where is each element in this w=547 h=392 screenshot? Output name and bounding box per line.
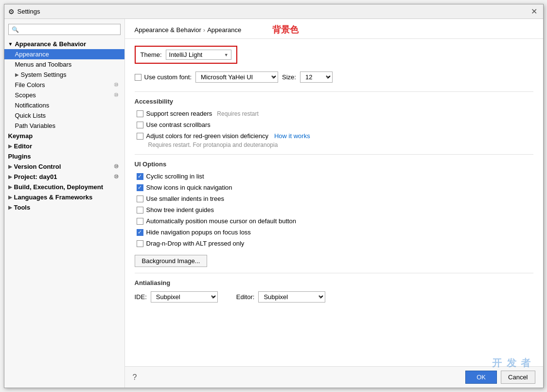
smaller-indents-label[interactable]: Use smaller indents in trees <box>137 195 224 202</box>
expand-icon: ▶ <box>8 143 12 149</box>
breadcrumb-separator: › <box>203 26 205 34</box>
settings-icon: ⚙ <box>8 8 15 16</box>
tree-indent-guides-text: Show tree indent guides <box>146 206 214 214</box>
tree-indent-guides-label[interactable]: Show tree indent guides <box>137 206 214 214</box>
sidebar-item-label: Scopes <box>15 91 36 99</box>
size-select-wrapper[interactable]: 12 11 13 14 <box>300 71 333 83</box>
option-tree-indent-guides: Show tree indent guides <box>135 206 533 214</box>
ide-select[interactable]: Subpixel Greyscale No antialiasing <box>151 291 218 303</box>
sidebar-item-project-day01[interactable]: ▶ Project: day01 ⑩ <box>4 172 124 182</box>
cyclic-scrolling-label[interactable]: Cyclic scrolling in list <box>137 173 204 180</box>
annotation-label: 背景色 <box>272 24 299 36</box>
color-deficiency-checkbox[interactable] <box>137 133 143 140</box>
ide-select-wrapper[interactable]: Subpixel Greyscale No antialiasing <box>151 291 218 303</box>
drag-drop-checkbox[interactable] <box>137 240 143 247</box>
sidebar-item-path-variables[interactable]: Path Variables <box>4 121 124 131</box>
antialiasing-title: Antialiasing <box>135 279 533 286</box>
drag-drop-text: Drag-n-Drop with ALT pressed only <box>146 240 245 247</box>
version-control-badge: ⑩ <box>114 163 119 170</box>
sidebar-item-appearance-behavior[interactable]: ▼ Appearance & Behavior <box>4 39 124 49</box>
expand-icon: ▶ <box>15 72 19 77</box>
show-icons-checkbox[interactable] <box>137 184 143 191</box>
sidebar-item-label: Version Control <box>14 163 61 170</box>
use-custom-font-checkbox[interactable]: Use custom font: <box>135 73 192 81</box>
sidebar-item-scopes[interactable]: Scopes ⑩ <box>4 90 124 100</box>
option-cyclic-scrolling: Cyclic scrolling in list <box>135 173 533 180</box>
sidebar-item-label: System Settings <box>21 71 67 78</box>
option-drag-drop: Drag-n-Drop with ALT pressed only <box>135 240 533 247</box>
ok-button[interactable]: OK <box>465 371 497 384</box>
editor-label: Editor: <box>236 293 255 301</box>
sidebar-item-label: File Colors <box>15 81 45 89</box>
title-bar: ⚙ Settings ✕ <box>4 4 543 19</box>
content-area: 🔍 ▼ Appearance & Behavior Appearance M <box>4 19 543 388</box>
screen-readers-checkbox-label[interactable]: Support screen readers <box>137 110 212 117</box>
sidebar-item-file-colors[interactable]: File Colors ⑩ <box>4 80 124 90</box>
hide-popups-checkbox[interactable] <box>137 229 143 236</box>
tree-indent-guides-checkbox[interactable] <box>137 207 143 214</box>
use-custom-font-label: Use custom font: <box>144 73 192 81</box>
sidebar-item-label: Notifications <box>15 102 50 109</box>
contrast-scrollbars-label: Use contrast scrollbars <box>146 121 211 128</box>
expand-icon: ▶ <box>8 195 12 200</box>
expand-icon: ▶ <box>8 164 12 169</box>
sidebar-item-appearance[interactable]: Appearance <box>4 49 124 59</box>
mouse-cursor-label[interactable]: Automatically position mouse cursor on d… <box>137 217 297 225</box>
hide-popups-label[interactable]: Hide navigation popups on focus loss <box>137 229 251 236</box>
sidebar-item-notifications[interactable]: Notifications <box>4 100 124 110</box>
how-it-works-link[interactable]: How it works <box>274 132 310 140</box>
sidebar-item-label: Plugins <box>8 153 31 160</box>
show-icons-label[interactable]: Show icons in quick navigation <box>137 184 232 191</box>
sidebar-item-languages-frameworks[interactable]: ▶ Languages & Frameworks <box>4 192 124 202</box>
scopes-badge: ⑩ <box>114 92 119 98</box>
smaller-indents-checkbox[interactable] <box>137 196 143 202</box>
sidebar-item-label: Languages & Frameworks <box>14 194 93 201</box>
cancel-button[interactable]: Cancel <box>501 371 535 384</box>
sidebar-item-keymap[interactable]: Keymap <box>4 131 124 141</box>
sidebar-item-system-settings[interactable]: ▶ System Settings <box>4 70 124 80</box>
sidebar-item-menus-toolbars[interactable]: Menus and Toolbars <box>4 59 124 70</box>
color-deficiency-checkbox-label[interactable]: Adjust colors for red-green vision defic… <box>137 132 268 140</box>
help-button[interactable]: ? <box>133 373 137 382</box>
ide-row: IDE: Subpixel Greyscale No antialiasing … <box>135 291 533 303</box>
sidebar-item-quick-lists[interactable]: Quick Lists <box>4 110 124 121</box>
background-image-button[interactable]: Background Image... <box>135 255 208 267</box>
font-select[interactable]: Microsoft YaHei UI <box>195 71 278 83</box>
sidebar-item-tools[interactable]: ▶ Tools <box>4 202 124 213</box>
sidebar: 🔍 ▼ Appearance & Behavior Appearance M <box>4 19 125 388</box>
close-button[interactable]: ✕ <box>529 7 539 16</box>
main-content: Theme: IntelliJ Light Darcula High Contr… <box>125 39 543 366</box>
sidebar-item-plugins[interactable]: Plugins <box>4 151 124 161</box>
mouse-cursor-checkbox[interactable] <box>137 218 143 225</box>
contrast-scrollbars-checkbox[interactable] <box>137 122 143 128</box>
cyclic-scrolling-checkbox[interactable] <box>137 173 143 180</box>
project-badge: ⑩ <box>114 174 119 180</box>
screen-readers-checkbox[interactable] <box>137 110 143 117</box>
main-panel: Appearance & Behavior › Appearance 背景色 T… <box>125 19 543 388</box>
mouse-cursor-text: Automatically position mouse cursor on d… <box>146 217 297 225</box>
size-label: Size: <box>282 73 296 81</box>
sidebar-item-label: Project: day01 <box>14 173 57 180</box>
sidebar-item-editor[interactable]: ▶ Editor <box>4 141 124 151</box>
theme-select[interactable]: IntelliJ Light Darcula High Contrast Win… <box>166 50 231 60</box>
editor-select[interactable]: Subpixel Greyscale No antialiasing <box>258 291 325 303</box>
sidebar-item-build-execution[interactable]: ▶ Build, Execution, Deployment <box>4 182 124 192</box>
option-hide-popups: Hide navigation popups on focus loss <box>135 229 533 236</box>
option-mouse-cursor: Automatically position mouse cursor on d… <box>135 217 533 225</box>
theme-select-wrapper[interactable]: IntelliJ Light Darcula High Contrast Win… <box>166 50 231 60</box>
editor-select-wrapper[interactable]: Subpixel Greyscale No antialiasing <box>258 291 325 303</box>
sidebar-item-label: Path Variables <box>15 122 56 129</box>
font-select-wrapper[interactable]: Microsoft YaHei UI <box>195 71 278 83</box>
search-box[interactable]: 🔍 <box>8 24 121 35</box>
size-select[interactable]: 12 11 13 14 <box>300 71 333 83</box>
search-input[interactable] <box>21 26 117 33</box>
theme-row: Theme: IntelliJ Light Darcula High Contr… <box>135 46 237 64</box>
sidebar-item-version-control[interactable]: ▶ Version Control ⑩ <box>4 161 124 172</box>
drag-drop-label[interactable]: Drag-n-Drop with ALT pressed only <box>137 240 245 247</box>
divider-1 <box>135 91 533 92</box>
contrast-scrollbars-checkbox-label[interactable]: Use contrast scrollbars <box>137 121 211 128</box>
title-bar-left: ⚙ Settings <box>8 8 40 16</box>
hide-popups-text: Hide navigation popups on focus loss <box>146 229 251 236</box>
custom-font-checkbox-box[interactable] <box>135 74 141 81</box>
expand-icon: ▶ <box>8 184 12 190</box>
